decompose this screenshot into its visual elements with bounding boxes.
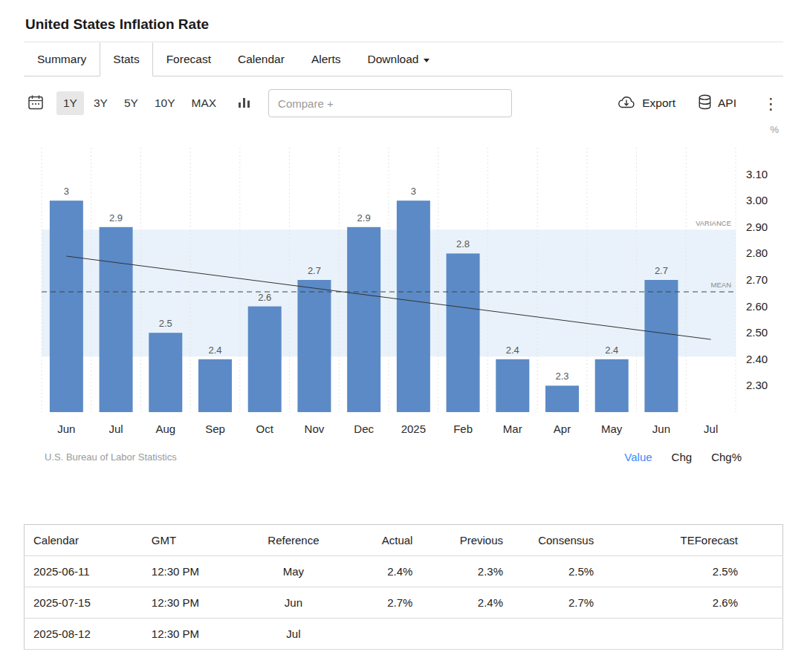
cell-teforecast: 2.5% [627,556,782,587]
bar-2025-7[interactable] [397,200,430,412]
range-10y-button[interactable]: 10Y [148,91,182,115]
bar-aug-2[interactable] [149,333,182,412]
column-header-teforecast: TEForecast [627,525,782,556]
bar-oct-4[interactable] [248,307,282,412]
api-button[interactable]: API [698,94,736,113]
range-3y-button[interactable]: 3Y [87,91,114,115]
cell-gmt: 12:30 PM [146,556,248,587]
y-axis-tick: 2.30 [746,379,768,391]
toolbar-right: Export API ⋮ [617,94,783,113]
mode-value-button[interactable]: Value [624,451,652,463]
tab-download[interactable]: Download [354,42,444,76]
mode-chg-button[interactable]: Chg [672,451,693,463]
tab-forecast[interactable]: Forecast [153,42,224,76]
bar-value-label: 2.8 [456,238,470,249]
x-axis-tick: May [601,423,623,435]
cell-calendar: 2025-08-12 [25,619,146,650]
tab-calendar[interactable]: Calendar [224,42,298,76]
mode-chgpct-button[interactable]: Chg% [711,451,742,463]
source-attribution: U.S. Bureau of Labor Statistics [45,451,177,463]
x-axis-tick: Mar [503,423,522,435]
column-header-actual: Actual [339,525,418,556]
inflation-bar-chart: 32.92.52.42.62.72.932.82.42.32.42.7VARIA… [24,121,783,446]
tab-label: Alerts [311,53,341,66]
cell-actual [339,619,418,650]
more-options-button[interactable]: ⋮ [759,94,783,113]
bar-feb-8[interactable] [447,253,480,412]
cell-reference: Jun [248,587,340,619]
x-axis-tick: 2025 [401,423,426,435]
y-axis-tick: 2.40 [746,353,768,365]
column-header-consensus: Consensus [513,525,627,556]
tab-label: Summary [37,53,86,66]
tab-alerts[interactable]: Alerts [298,42,354,76]
bar-jul-1[interactable] [100,227,133,412]
api-label: API [718,97,736,110]
tab-label: Download [368,53,419,66]
bar-value-label: 2.9 [357,212,371,224]
bar-value-label: 3 [64,186,69,197]
bar-value-label: 2.6 [258,292,271,303]
range-5y-button[interactable]: 5Y [117,91,145,115]
bar-mar-9[interactable] [496,359,529,412]
cell-calendar: 2025-06-11 [25,556,146,587]
cell-calendar: 2025-07-15 [25,587,146,619]
bar-value-label: 2.9 [109,212,123,224]
calendar-table-section: CalendarGMTReferenceActualPreviousConsen… [24,524,783,650]
variance-label: VARIANCE [696,219,731,227]
compare-input[interactable] [268,89,512,117]
column-header-calendar: Calendar [25,525,146,556]
x-axis-tick: Nov [305,423,325,435]
bar-value-label: 2.4 [208,345,221,356]
range-max-button[interactable]: MAX [185,91,224,115]
tab-bar: Summary Stats Forecast Calendar Alerts D… [24,42,783,76]
cell-gmt: 12:30 PM [146,619,248,650]
table-row[interactable]: 2025-06-1112:30 PMMay2.4%2.3%2.5%2.5% [25,556,783,587]
range-selector: 1Y 3Y 5Y 10Y MAX [56,91,223,115]
cell-actual: 2.4% [339,556,418,587]
bar-dec-6[interactable] [347,227,380,412]
cell-reference: May [248,556,340,587]
bar-value-label: 2.7 [308,265,321,276]
kebab-icon: ⋮ [763,95,779,112]
bar-sep-3[interactable] [198,359,232,412]
bar-may-11[interactable] [595,359,629,412]
tab-label: Forecast [166,53,211,66]
tab-stats[interactable]: Stats [100,42,152,76]
x-axis-tick: Oct [256,423,274,435]
x-axis-tick: Feb [453,423,473,435]
calendar-range-button[interactable] [24,91,48,117]
chart-type-button[interactable] [235,93,253,114]
y-axis-unit: % [770,124,779,135]
database-icon [698,94,712,113]
cell-consensus: 2.7% [513,587,627,619]
cell-actual: 2.7% [339,587,418,619]
bar-apr-10[interactable] [545,385,579,412]
y-axis-tick: 2.70 [746,273,768,286]
inflation-page: United States Inflation Rate Summary Sta… [0,0,807,650]
cell-consensus: 2.5% [513,556,627,587]
bar-nov-5[interactable] [297,280,331,412]
cell-previous: 2.3% [418,556,513,587]
cell-consensus [513,619,627,650]
export-button[interactable]: Export [617,94,675,113]
column-header-reference: Reference [248,525,340,556]
tab-label: Calendar [238,53,285,66]
page-title: United States Inflation Rate [25,16,782,33]
series-mode-switch: Value Chg Chg% [624,451,742,463]
tab-summary[interactable]: Summary [24,42,100,76]
bar-jun-0[interactable] [50,200,83,412]
x-axis-tick: Sep [205,423,225,435]
table-row[interactable]: 2025-07-1512:30 PMJun2.7%2.4%2.7%2.6% [25,587,783,619]
bar-value-label: 2.4 [605,345,618,356]
table-row[interactable]: 2025-08-1212:30 PMJul [25,619,783,650]
bar-jun-12[interactable] [644,280,678,412]
range-1y-button[interactable]: 1Y [56,91,84,115]
x-axis-tick: Apr [554,423,571,435]
bar-value-label: 3 [411,186,416,197]
cell-previous: 2.4% [418,587,513,619]
y-axis-tick: 2.50 [746,326,768,339]
bar-value-label: 2.4 [506,345,519,356]
cell-reference: Jul [248,619,340,650]
bar-value-label: 2.5 [159,318,172,329]
